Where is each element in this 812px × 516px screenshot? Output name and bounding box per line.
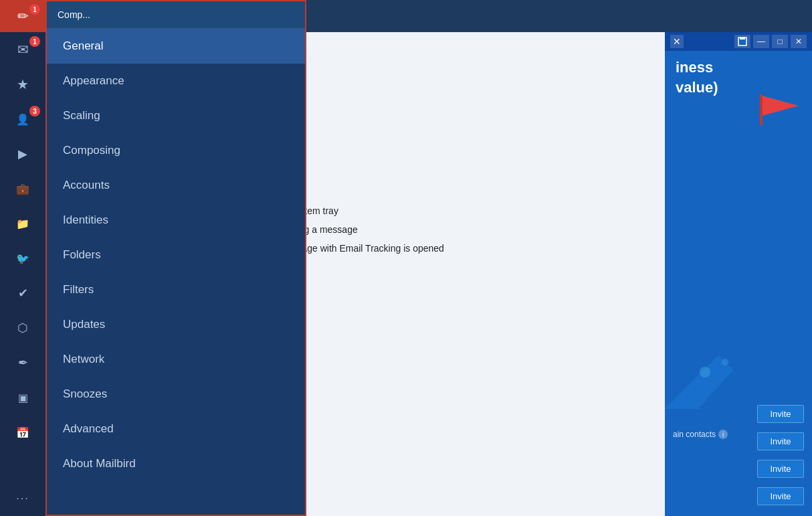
settings-item-about[interactable]: About Mailbird [47, 446, 305, 481]
trello-icon: ▣ [18, 392, 28, 404]
settings-item-snoozes[interactable]: Snoozes [47, 377, 305, 412]
right-panel-title-line1: iness [676, 59, 801, 76]
sidebar-item-twitter[interactable]: 🐦 [0, 241, 45, 276]
settings-item-updates[interactable]: Updates [47, 307, 305, 342]
apps-icon: ⬡ [17, 321, 28, 335]
twitter-icon: 🐦 [16, 252, 29, 265]
sidebar: ✏ 1 ✉ 1 ★ 👤 3 ▶ 💼 📁 🐦 ✔ ⬡ ✒ ▣ 📅 ··· [0, 0, 45, 516]
window-close-btn[interactable]: ✕ [791, 35, 807, 48]
mountain-illustration [665, 342, 812, 409]
invite-button-4[interactable]: Invite [757, 487, 804, 505]
sidebar-item-edit[interactable]: ✒ [0, 345, 45, 380]
sidebar-item-inbox[interactable]: ✉ 1 [0, 32, 45, 67]
svg-rect-1 [740, 37, 745, 39]
window-controls: ✕ — □ ✕ [665, 32, 812, 51]
invite-button-3[interactable]: Invite [757, 460, 804, 478]
svg-rect-3 [760, 94, 763, 125]
contacts-badge: 3 [29, 106, 40, 116]
inbox-badge: 1 [29, 36, 40, 47]
right-panel: ✕ — □ ✕ iness value) [665, 32, 812, 516]
edit-icon: ✒ [18, 355, 28, 370]
main-area: Comp... Inbox 👤 👤 👤 👤 👤 👤 👤 👤 Comp... Ge… [45, 0, 812, 516]
sidebar-item-starred[interactable]: ★ [0, 67, 45, 102]
invite-buttons: Invite Invite Invite Invite [757, 405, 804, 511]
window-maximize-btn[interactable]: □ [772, 35, 788, 48]
settings-item-identities[interactable]: Identities [47, 203, 305, 238]
sidebar-item-compose[interactable]: ✏ 1 [0, 0, 45, 32]
sidebar-item-folders[interactable]: 📁 [0, 206, 45, 241]
settings-item-general[interactable]: General [47, 32, 305, 64]
contacts-icon: 👤 [16, 113, 29, 126]
todo-icon: ✔ [18, 286, 28, 300]
settings-item-composing[interactable]: Composing [47, 133, 305, 168]
star-icon: ★ [17, 76, 29, 92]
sidebar-item-contacts[interactable]: 👤 3 [0, 102, 45, 137]
invite-button-2[interactable]: Invite [757, 432, 804, 450]
sidebar-item-more[interactable]: ··· [0, 481, 45, 516]
sidebar-item-calendar[interactable]: 📅 [0, 415, 45, 450]
flag-icon [758, 92, 805, 126]
sidebar-item-send[interactable]: ▶ [0, 137, 45, 171]
sidebar-item-apps[interactable]: ⬡ [0, 311, 45, 345]
send-icon: ▶ [18, 147, 27, 161]
settings-item-appearance[interactable]: Appearance [47, 64, 305, 98]
settings-menu: Comp... General Appearance Scaling Compo… [45, 32, 306, 516]
settings-item-network[interactable]: Network [47, 342, 305, 377]
sidebar-item-todo[interactable]: ✔ [0, 276, 45, 311]
window-expand-btn[interactable] [734, 35, 750, 48]
svg-marker-2 [762, 96, 799, 116]
settings-item-accounts[interactable]: Accounts [47, 168, 305, 203]
window-close-icon[interactable]: ✕ [670, 35, 684, 48]
compose-badge: 1 [29, 4, 40, 15]
sidebar-item-trello[interactable]: ▣ [0, 380, 45, 415]
window-minimize-btn[interactable]: — [753, 35, 769, 48]
settings-item-scaling[interactable]: Scaling [47, 98, 305, 133]
invite-button-1[interactable]: Invite [757, 405, 804, 423]
sidebar-item-work[interactable]: 💼 [0, 171, 45, 206]
contacts-label: ain contacts [673, 430, 716, 439]
compose-icon: ✏ [17, 8, 29, 24]
more-icon: ··· [16, 493, 29, 505]
inbox-icon: ✉ [17, 41, 29, 58]
briefcase-icon: 💼 [16, 183, 29, 195]
folder-icon: 📁 [16, 218, 29, 230]
content-area: Inbox 👤 👤 👤 👤 👤 👤 👤 👤 Comp... General Ap… [45, 32, 812, 516]
contacts-section: ain contacts i [673, 430, 728, 439]
settings-item-folders[interactable]: Folders [47, 238, 305, 272]
svg-point-7 [722, 359, 728, 365]
calendar-icon: 📅 [16, 426, 29, 439]
settings-item-filters[interactable]: Filters [47, 272, 305, 307]
info-icon: i [718, 430, 728, 439]
svg-point-6 [700, 367, 710, 377]
settings-item-advanced[interactable]: Advanced [47, 412, 305, 446]
